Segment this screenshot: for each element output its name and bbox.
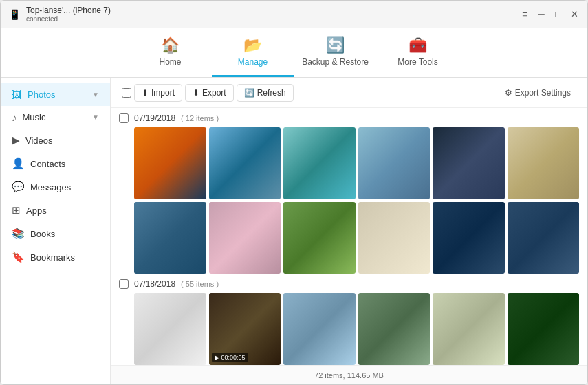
window-controls: ≡ ─ □ ✕ [520,10,579,19]
photo-thumb[interactable] [209,127,281,199]
contacts-icon: 👤 [12,157,25,170]
photo-thumb[interactable] [283,202,356,274]
sidebar-item-messages[interactable]: 💬 Messages [1,175,110,199]
sidebar-item-books[interactable]: 📚 Books [1,222,110,245]
photo-thumb[interactable] [508,127,580,199]
bookmarks-icon: 🔖 [12,251,25,263]
device-name: Top-lanse'... (iPhone 7) [26,6,111,15]
date-header-1: 07/19/2018 ( 12 items ) [119,113,579,123]
tab-tools-label: More Tools [398,57,437,67]
tab-home[interactable]: 🏠 Home [129,28,212,77]
phone-icon: 📱 [9,9,21,20]
photos-arrow: ▼ [92,91,99,98]
sidebar-item-photos[interactable]: 🖼 Photos ▼ [1,83,110,106]
export-button[interactable]: ⬇ Export [185,84,234,102]
video-badge: ▶ 00:00:05 [212,353,248,362]
photo-thumb[interactable] [358,127,431,199]
photo-thumb[interactable] [134,293,206,365]
export-settings-button[interactable]: ⚙ Export Settings [499,85,576,101]
import-icon: ⬆ [142,88,149,98]
manage-icon: 📂 [243,36,262,54]
date-section-2: 07/18/2018 ( 55 items ) ▶ 00:00:05 [119,279,579,365]
photo-thumb[interactable] [358,293,431,365]
close-button[interactable]: ✕ [569,10,579,19]
export-settings-label: Export Settings [515,88,571,98]
sidebar-label-videos: Videos [25,135,53,146]
messages-icon: 💬 [12,181,25,193]
photo-thumb[interactable] [134,127,206,199]
title-bar: 📱 Top-lanse'... (iPhone 7) connected ≡ ─… [1,1,587,28]
video-duration: 00:00:05 [221,354,246,361]
sidebar-item-contacts[interactable]: 👤 Contacts [1,152,110,175]
sidebar-label-photos: Photos [28,89,55,100]
sidebar-label-books: Books [30,229,55,239]
photo-thumb[interactable] [283,127,356,199]
tab-backup-label: Backup & Restore [302,57,369,67]
refresh-label: Refresh [257,88,286,98]
sidebar-item-videos[interactable]: ▶ Videos [1,129,110,152]
home-icon: 🏠 [161,36,179,54]
music-arrow: ▼ [92,113,99,121]
date-label-2: 07/18/2018 [134,279,175,289]
photo-thumb[interactable] [209,202,281,274]
select-all-checkbox[interactable] [122,88,131,98]
export-icon: ⬇ [193,88,199,98]
photo-thumb[interactable] [433,202,505,274]
import-button[interactable]: ⬆ Import [134,84,182,102]
photo-thumb[interactable] [358,202,431,274]
tools-icon: 🧰 [409,36,427,54]
date-count-1: ( 12 items ) [181,114,219,122]
nav-tabs: 🏠 Home 📂 Manage 🔄 Backup & Restore 🧰 Mor… [1,28,587,78]
photo-thumb[interactable] [433,293,505,365]
sidebar-item-apps[interactable]: ⊞ Apps [1,199,110,222]
sidebar: 🖼 Photos ▼ ♪ Music ▼ ▶ Videos 👤 Contacts… [1,78,111,384]
status-bar: 72 items, 114.65 MB [111,365,587,384]
title-bar-left: 📱 Top-lanse'... (iPhone 7) connected [9,6,111,23]
photo-grid-1 [134,127,579,274]
photo-thumb[interactable]: ▶ 00:00:05 [209,293,281,365]
maximize-button[interactable]: □ [553,10,563,19]
content-area: ⬆ Import ⬇ Export 🔄 Refresh ⚙ Export Set… [111,78,587,384]
photo-content[interactable]: 07/19/2018 ( 12 items ) [111,108,587,365]
tab-backup[interactable]: 🔄 Backup & Restore [294,28,377,77]
sidebar-item-music[interactable]: ♪ Music ▼ [1,106,110,129]
status-text: 72 items, 114.65 MB [314,371,384,380]
main-layout: 🖼 Photos ▼ ♪ Music ▼ ▶ Videos 👤 Contacts… [1,78,587,384]
toolbar: ⬆ Import ⬇ Export 🔄 Refresh ⚙ Export Set… [111,78,587,108]
photo-thumb[interactable] [508,293,580,365]
date-section-1: 07/19/2018 ( 12 items ) [119,113,579,274]
photos-icon: 🖼 [12,89,22,100]
videos-icon: ▶ [12,134,20,146]
sidebar-label-music: Music [23,112,46,122]
app-window: 📱 Top-lanse'... (iPhone 7) connected ≡ ─… [0,0,588,385]
sidebar-label-contacts: Contacts [30,159,65,169]
minimize-button[interactable]: ─ [536,10,546,19]
photo-thumb[interactable] [134,202,206,274]
tab-tools[interactable]: 🧰 More Tools [377,28,459,77]
photo-grid-2: ▶ 00:00:05 [134,293,579,365]
date-count-2: ( 55 items ) [181,280,219,288]
tab-manage[interactable]: 📂 Manage [212,28,294,77]
gear-icon: ⚙ [505,88,512,98]
refresh-icon: 🔄 [244,88,254,98]
sidebar-label-apps: Apps [26,206,47,216]
sidebar-item-bookmarks[interactable]: 🔖 Bookmarks [1,245,110,269]
date-label-1: 07/19/2018 [134,113,175,123]
tab-manage-label: Manage [238,57,268,67]
video-play-icon: ▶ [215,354,219,361]
sidebar-label-messages: Messages [30,182,71,192]
device-status: connected [26,15,111,23]
section2-checkbox[interactable] [119,279,129,289]
refresh-button[interactable]: 🔄 Refresh [237,84,294,102]
tab-home-label: Home [159,57,181,67]
menu-button[interactable]: ≡ [520,10,530,19]
date-header-2: 07/18/2018 ( 55 items ) [119,279,579,289]
export-label: Export [202,88,226,98]
books-icon: 📚 [12,228,25,240]
import-label: Import [151,88,175,98]
apps-icon: ⊞ [12,204,21,217]
photo-thumb[interactable] [283,293,356,365]
photo-thumb[interactable] [433,127,505,199]
photo-thumb[interactable] [508,202,580,274]
section1-checkbox[interactable] [119,113,129,123]
